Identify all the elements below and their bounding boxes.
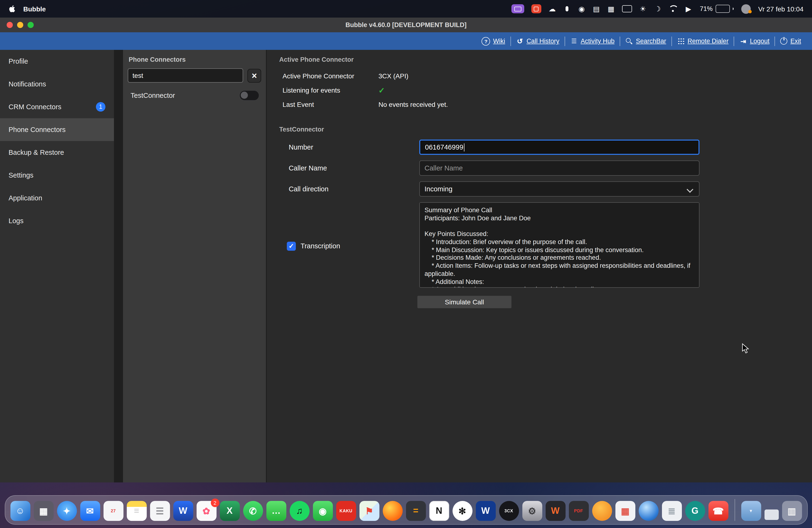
connector-enable-toggle[interactable] [239,90,259,101]
connector-list-item[interactable]: TestConnector [123,83,266,101]
facetime-icon[interactable]: ◉ [313,501,333,521]
caller-name-input[interactable] [419,161,699,176]
call-direction-select[interactable]: Incoming [419,181,699,196]
dialpad-icon [677,37,685,45]
info-row-label: Listening for events [279,86,378,94]
nav-link[interactable]: Activity Hub [565,36,620,46]
nav-link[interactable]: Call History [510,36,565,46]
system-settings-icon[interactable]: ⚙ [522,501,542,521]
sidebar-item[interactable]: Logs [0,209,114,232]
camera-icon[interactable]: ◉ [578,4,585,14]
trash-icon[interactable]: ▥ [782,501,802,521]
clear-search-button[interactable]: × [247,69,261,83]
connector-item-label: TestConnector [131,92,175,99]
transcription-checkbox[interactable]: ✓ [287,241,296,250]
homebrew-icon[interactable] [592,501,612,521]
fast-user-switch-icon[interactable] [741,4,751,14]
gitkraken-icon[interactable]: G [685,501,705,521]
info-row-label: Last Event [279,101,378,108]
connector-search-input[interactable] [128,68,243,83]
nav-link[interactable]: SearchBar [620,36,671,46]
chatgpt-icon[interactable]: ✻ [452,501,472,521]
keyboard-icon[interactable]: ▤ [593,4,600,14]
screen-mirroring-icon[interactable] [511,4,524,13]
mic-icon[interactable] [563,4,571,14]
nav-link[interactable]: Remote Dialer [671,36,734,46]
messages-icon[interactable]: … [266,501,286,521]
mail-icon[interactable]: ✉ [80,501,100,521]
launchpad-icon[interactable]: ▦ [33,501,54,521]
logout-icon [739,37,747,45]
downloads-folder-icon[interactable]: ▼ [741,501,761,521]
excel-icon[interactable]: X [220,501,240,521]
blue-sphere-icon[interactable] [638,501,658,521]
maps-icon[interactable]: ⚑ [359,501,379,521]
close-button[interactable] [6,22,13,28]
sidebar-item[interactable]: Phone Connectors [0,118,114,141]
klikaanklikuit-icon[interactable]: KAKU [336,501,356,521]
window-title: Bubble v4.60.0 [DEVELOPMENT BUILD] [346,21,466,29]
menubar-status-icons: ☁ ◉ ▤ ▦ ☀ ☽ ▶ [511,4,692,14]
sidebar-item-label: Settings [9,172,33,179]
dark-mode-icon[interactable]: ☽ [654,4,662,14]
notion-icon[interactable]: N [429,501,449,521]
menubar-app-name[interactable]: Bubble [23,5,46,13]
finder-icon[interactable]: ☺ [10,501,30,521]
acrobat-icon[interactable]: PDF [569,501,589,521]
display-icon[interactable] [622,5,632,12]
number-input[interactable]: 0616746999 [419,140,699,155]
info-row: Listening for events ✓ [279,83,800,97]
call-direction-label: Call direction [279,185,419,193]
cloud-icon[interactable]: ☁ [549,4,556,14]
phone-app-icon[interactable]: ☎ [708,501,728,521]
brightness-icon[interactable]: ☀ [639,4,647,14]
nav-link[interactable]: Logout [734,36,775,46]
sidebar-item[interactable]: Backup & Restore [0,141,114,164]
minimize-button[interactable] [17,22,23,28]
dock-right: ▼ ▥ [741,501,802,521]
minimized-window-icon[interactable] [764,510,779,520]
sidebar-item[interactable]: Settings [0,164,114,187]
menu-bar: Bubble ☁ ◉ ▤ ▦ ☀ ☽ [0,0,812,18]
wifi-icon[interactable] [669,5,678,12]
nav-link-label: Remote Dialer [687,38,729,45]
sidebar-item[interactable]: Notifications [0,73,114,96]
word-dark-icon[interactable]: W [476,501,495,521]
calculator-icon[interactable]: = [406,501,426,521]
info-row-value: ✓ [378,86,385,95]
window-tiles-icon[interactable]: ▦ [607,4,615,14]
sidebar-item[interactable]: Application [0,187,114,209]
window-title-bar: Bubble v4.60.0 [DEVELOPMENT BUILD] [0,18,812,32]
sidebar-item[interactable]: CRM Connectors 1 [0,96,114,118]
dock: ☺ ▦ ✦ ✉ [0,495,812,525]
word-icon[interactable]: W [173,501,193,521]
safari-icon[interactable]: ✦ [57,501,77,521]
list-app-icon[interactable]: ≣ [662,501,682,521]
sidebar: Profile Notifications CRM Connectors 1 P… [0,50,114,482]
notes-icon[interactable]: ≡ [127,501,146,521]
reminders-icon[interactable]: ☰ [150,501,170,521]
threecx-icon[interactable]: 3CX [499,501,519,521]
whatsapp-icon[interactable]: ✆ [243,501,263,521]
calendar-icon[interactable]: 27 [103,501,123,521]
recording-icon[interactable] [531,4,541,13]
window-content: Profile Notifications CRM Connectors 1 P… [0,50,812,482]
zoom-button[interactable] [28,22,34,28]
menubar-clock[interactable]: Vr 27 feb 10:04 [758,5,803,13]
sidebar-item[interactable]: Profile [0,50,114,73]
nav-link[interactable]: Exit [775,36,806,46]
photos-icon[interactable]: ✿ 2 [197,501,216,521]
now-playing-icon[interactable]: ▶ [685,4,692,14]
battery-indicator[interactable]: 71% [700,5,734,13]
wise-icon[interactable]: W [545,501,565,521]
nav-link[interactable]: Wiki [477,36,510,46]
app-grid-icon[interactable]: ▦ [615,501,635,521]
apple-menu-icon[interactable] [9,5,16,12]
firefox-icon[interactable] [382,501,403,521]
simulate-call-button[interactable]: Simulate Call [417,295,512,309]
dock-apps: ☺ ▦ ✦ ✉ [10,501,728,521]
spotify-icon[interactable]: ♫ [289,501,309,521]
transcription-textarea[interactable]: Summary of Phone Call Participants: John… [419,202,699,288]
desktop: Bubble ☁ ◉ ▤ ▦ ☀ ☽ [0,0,812,528]
power-icon [780,38,787,45]
